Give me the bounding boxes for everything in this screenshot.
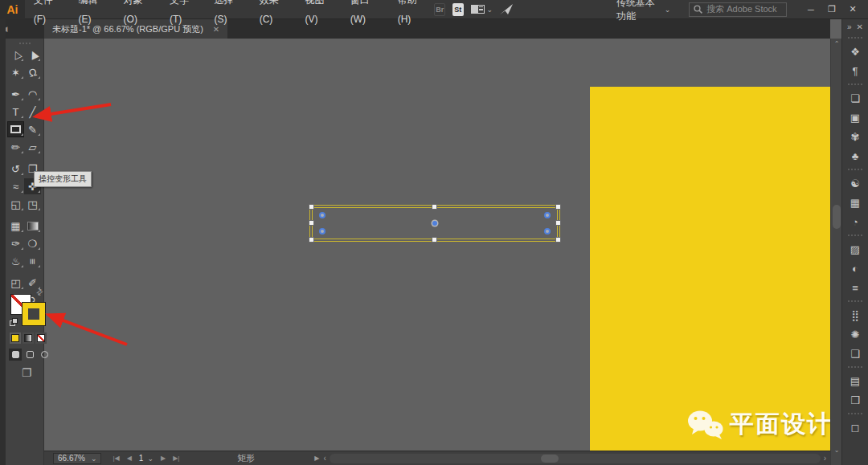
selected-rectangle[interactable] <box>309 205 560 242</box>
selection-handle[interactable] <box>555 204 561 210</box>
dock-close-icon[interactable]: ✕ <box>857 22 863 31</box>
perspective-grid-tool[interactable]: ◳ <box>24 196 41 212</box>
artboard-tool[interactable]: ◰ <box>7 275 24 291</box>
symbol-sprayer-tool[interactable]: ♨ <box>7 253 24 269</box>
direct-selection-tool[interactable]: ▶ <box>24 47 41 63</box>
change-screen-mode-icon[interactable]: ❐ <box>22 366 32 379</box>
artboard-yellow[interactable] <box>590 87 830 451</box>
eyedropper-tool[interactable]: ✑ <box>7 235 24 251</box>
gradient-tool[interactable] <box>24 218 41 234</box>
tools-panel-grip[interactable] <box>19 43 31 44</box>
corner-radius-widget[interactable] <box>544 228 551 235</box>
menu-选择s[interactable]: 选择(S) <box>206 0 251 29</box>
current-tool-indicator[interactable]: 矩形 <box>237 452 255 464</box>
gradient-panel-icon[interactable]: ▨ <box>845 239 866 259</box>
selection-handle[interactable] <box>555 220 561 226</box>
selection-tool[interactable]: ▷ <box>7 47 24 63</box>
transform-panel-icon[interactable]: ◻ <box>845 418 866 437</box>
paragraph-panel-icon[interactable]: ¶ <box>845 61 866 80</box>
paintbrush-tool[interactable]: ✎ <box>24 121 41 137</box>
dock-expand-icon[interactable]: » <box>847 22 852 31</box>
horizontal-scrollbar-track[interactable] <box>330 454 821 463</box>
draw-normal-button[interactable] <box>9 349 22 361</box>
next-artboard-button[interactable]: ▶ <box>161 455 166 462</box>
scroll-up-icon[interactable]: ⌃ <box>831 40 842 47</box>
menu-帮助h[interactable]: 帮助(H) <box>389 0 435 29</box>
zoom-level-dropdown[interactable]: 66.67% ⌄ <box>53 453 101 464</box>
scroll-left-icon[interactable]: ‹ <box>324 454 326 463</box>
close-button[interactable]: ✕ <box>842 1 863 18</box>
align-panel-icon[interactable]: ▤ <box>845 371 866 390</box>
menu-对象o[interactable]: 对象(O) <box>115 0 161 29</box>
libraries-panel-icon[interactable]: ▣ <box>845 108 866 127</box>
layers-panel-icon[interactable]: ❖ <box>845 42 866 61</box>
pen-tool[interactable]: ✒ <box>7 86 24 102</box>
corner-radius-widget[interactable] <box>319 212 326 218</box>
lasso-tool[interactable]: Ω <box>24 64 41 80</box>
bridge-icon[interactable]: Br <box>434 3 445 16</box>
selection-handle[interactable] <box>309 237 314 243</box>
horizontal-scrollbar[interactable]: ‹ › <box>324 454 826 463</box>
shape-builder-tool[interactable]: ◱ <box>7 196 24 212</box>
center-point[interactable] <box>432 221 437 226</box>
stroke-color-swatch-yellow[interactable] <box>22 302 46 326</box>
share-icon[interactable] <box>500 4 513 15</box>
selection-handle[interactable] <box>432 204 437 210</box>
status-expand-icon[interactable]: ▶ <box>314 455 319 462</box>
selection-handle[interactable] <box>309 220 314 226</box>
menu-编辑e[interactable]: 编辑(E) <box>69 0 114 29</box>
gradient-button[interactable] <box>23 332 34 344</box>
menu-窗口w[interactable]: 窗口(W) <box>342 0 389 29</box>
menu-效果c[interactable]: 效果(C) <box>251 0 297 29</box>
workspace-switcher[interactable]: 传统基本功能 ⌄ <box>616 0 670 23</box>
draw-inside-button[interactable] <box>38 349 51 361</box>
brushes-panel-icon[interactable]: ✾ <box>845 127 866 146</box>
artboards-panel-icon[interactable]: ❏ <box>845 88 866 108</box>
type-tool[interactable]: T <box>7 104 24 120</box>
selection-handle[interactable] <box>432 237 437 243</box>
first-artboard-button[interactable]: |◀ <box>113 455 119 462</box>
menu-视图v[interactable]: 视图(V) <box>296 0 341 29</box>
previous-artboard-button[interactable]: ◀ <box>127 455 132 462</box>
none-button[interactable] <box>35 332 47 344</box>
line-segment-tool[interactable]: ╱ <box>24 104 41 120</box>
scroll-right-icon[interactable]: › <box>824 454 826 463</box>
color-panel-icon[interactable]: ☯ <box>845 173 866 193</box>
transparency-panel-icon[interactable]: ◐ <box>845 259 866 278</box>
selection-handle[interactable] <box>555 237 561 243</box>
selection-handle[interactable] <box>309 204 314 210</box>
corner-radius-widget[interactable] <box>319 228 326 235</box>
canvas[interactable]: 平面设计派 <box>44 39 830 451</box>
artboard-number-dropdown[interactable]: 1 ⌄ <box>139 454 154 463</box>
minimize-button[interactable]: ─ <box>800 1 821 18</box>
menu-文件f[interactable]: 文件(F) <box>25 0 70 29</box>
eraser-tool[interactable]: ▱ <box>24 139 41 155</box>
default-fill-stroke-icon[interactable] <box>10 318 18 327</box>
swatches-panel-icon[interactable]: ▦ <box>845 193 866 212</box>
width-tool[interactable]: ≈ <box>7 178 24 194</box>
shaper-tool[interactable]: ✏ <box>7 139 24 155</box>
color-guide-panel-icon[interactable]: ◔ <box>845 212 866 231</box>
magic-wand-tool[interactable]: ✶ <box>7 64 24 80</box>
vertical-scrollbar[interactable]: ⌃ ⌄ <box>830 39 841 465</box>
stock-search-box[interactable]: 搜索 Adobe Stock <box>689 2 787 17</box>
appearance-panel-icon[interactable]: ⣿ <box>845 305 866 324</box>
menu-文字t[interactable]: 文字(T) <box>161 0 206 29</box>
color-button[interactable] <box>10 332 21 344</box>
last-artboard-button[interactable]: ▶| <box>173 455 179 462</box>
curvature-tool[interactable]: ◠ <box>24 86 41 102</box>
arrange-documents-button[interactable]: ⌄ <box>471 5 493 14</box>
rectangle-tool[interactable] <box>7 121 24 137</box>
corner-radius-widget[interactable] <box>544 212 551 218</box>
links-panel-icon[interactable]: ❑ <box>845 344 866 363</box>
stock-icon[interactable]: St <box>452 3 463 16</box>
scroll-down-icon[interactable]: ⌄ <box>831 447 842 454</box>
horizontal-scrollbar-thumb[interactable] <box>541 455 559 463</box>
blend-tool[interactable]: ❍ <box>24 235 41 251</box>
column-graph-tool[interactable]: ≡ <box>24 253 41 269</box>
graphic-styles-panel-icon[interactable]: ✺ <box>845 324 866 344</box>
restore-button[interactable]: ❐ <box>821 1 842 18</box>
stroke-panel-icon[interactable]: ≡ <box>845 278 866 297</box>
rotate-tool[interactable]: ↺ <box>7 161 24 177</box>
vertical-scrollbar-thumb[interactable] <box>833 205 841 229</box>
